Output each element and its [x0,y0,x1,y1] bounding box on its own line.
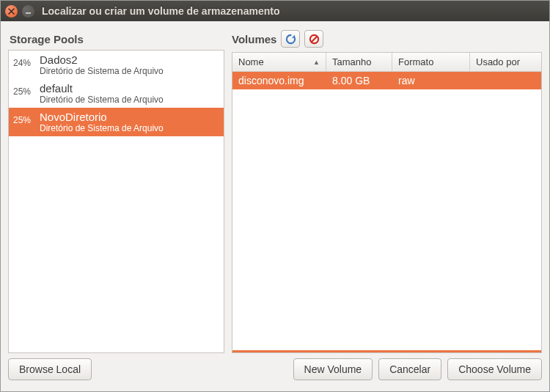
pool-item[interactable]: 24%Dados2Diretório de Sistema de Arquivo [9,51,224,79]
pool-name: default [40,82,164,95]
pool-text: Dados2Diretório de Sistema de Arquivo [40,53,164,76]
pool-usage-pct: 25% [13,86,37,97]
cell-formato: raw [392,73,470,89]
volumes-header: Volumes [232,29,542,52]
cell-nome: disconovo.img [232,73,326,89]
column-formato[interactable]: Formato [392,53,470,71]
storage-pools-list[interactable]: 24%Dados2Diretório de Sistema de Arquivo… [8,50,224,353]
column-formato-label: Formato [398,56,433,67]
pool-subtype: Diretório de Sistema de Arquivo [40,66,164,76]
cancel-button[interactable]: Cancelar [378,358,441,380]
pool-usage-pct: 25% [13,115,37,125]
table-accent-bar [232,350,541,352]
column-tamanho-label: Tamanho [332,56,371,67]
svg-rect-0 [26,12,31,14]
pool-text: defaultDiretório de Sistema de Arquivo [40,82,164,105]
close-icon[interactable] [5,5,18,18]
column-usado-label: Usado por [476,56,520,67]
choose-volume-button[interactable]: Choose Volume [447,358,542,380]
window-title: Localizar ou criar um volume de armazena… [42,5,545,17]
table-header: Nome ▲ Tamanho Formato Usado por [232,53,541,72]
content-area: Storage Pools 24%Dados2Diretório de Sist… [1,21,549,355]
table-body[interactable]: disconovo.img8.00 GBraw [232,72,541,350]
cell-tamanho: 8.00 GB [326,73,392,89]
volumes-table: Nome ▲ Tamanho Formato Usado por discono… [232,52,542,353]
volumes-panel: Volumes Nome [232,29,542,353]
column-nome-label: Nome [238,56,264,67]
refresh-icon [285,34,296,45]
pool-name: Dados2 [40,53,164,66]
forbidden-icon [309,34,320,45]
browse-local-button[interactable]: Browse Local [8,358,92,380]
pool-item[interactable]: 25%NovoDiretorioDiretório de Sistema de … [9,108,224,136]
cell-usado [470,78,541,83]
new-volume-button[interactable]: New Volume [293,358,373,380]
svg-line-2 [312,36,318,42]
delete-button[interactable] [304,30,323,48]
pool-name: NovoDiretorio [40,111,164,123]
pool-text: NovoDiretorioDiretório de Sistema de Arq… [40,111,164,133]
footer: Browse Local New Volume Cancelar Choose … [1,355,549,391]
pool-usage-pct: 24% [13,58,37,68]
volumes-title: Volumes [232,33,276,45]
column-nome[interactable]: Nome ▲ [232,53,326,71]
pool-item[interactable]: 25%defaultDiretório de Sistema de Arquiv… [9,79,224,108]
column-tamanho[interactable]: Tamanho [326,53,392,71]
storage-dialog: Localizar ou criar um volume de armazena… [0,0,550,392]
pool-subtype: Diretório de Sistema de Arquivo [40,95,164,105]
refresh-button[interactable] [281,30,300,48]
sort-asc-icon: ▲ [313,59,320,66]
window-controls [5,5,34,18]
storage-pools-panel: Storage Pools 24%Dados2Diretório de Sist… [8,29,224,353]
table-row[interactable]: disconovo.img8.00 GBraw [232,72,541,89]
storage-pools-title: Storage Pools [8,29,224,50]
titlebar[interactable]: Localizar ou criar um volume de armazena… [1,1,549,21]
pool-subtype: Diretório de Sistema de Arquivo [40,123,164,133]
minimize-icon[interactable] [22,5,34,18]
column-usado[interactable]: Usado por [470,53,541,71]
